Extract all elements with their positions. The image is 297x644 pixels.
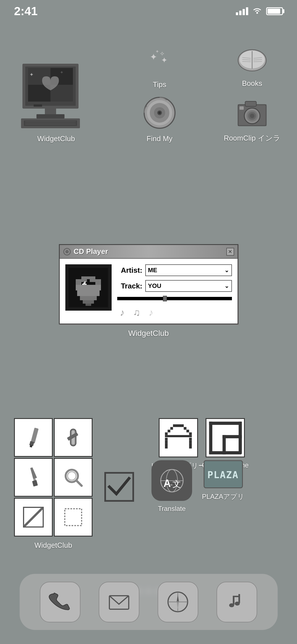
svg-rect-96 bbox=[165, 443, 168, 448]
svg-rect-100 bbox=[209, 422, 241, 425]
svg-rect-16 bbox=[34, 104, 42, 107]
app-findmy[interactable]: Find My bbox=[141, 95, 178, 143]
checkbox-icon-container[interactable] bbox=[104, 471, 135, 503]
track-field-row: Track: YOU ⌄ bbox=[117, 280, 232, 292]
findmy-label: Find My bbox=[147, 134, 172, 143]
svg-rect-62 bbox=[86, 304, 91, 306]
svg-rect-59 bbox=[77, 290, 100, 296]
svg-point-120 bbox=[229, 603, 234, 607]
plaza-container[interactable]: PLAZA PLAZAアプリ bbox=[202, 460, 244, 501]
cd-progress-bar[interactable] bbox=[117, 297, 232, 300]
note-3: ♪ bbox=[149, 307, 153, 318]
svg-rect-99 bbox=[209, 422, 212, 454]
tips-findmy-column: ✦ ✧ ✦ ✦ Tips bbox=[141, 40, 178, 143]
svg-point-0 bbox=[256, 12, 258, 14]
svg-rect-56 bbox=[90, 276, 95, 282]
note-2: ♫ bbox=[133, 307, 141, 318]
roomclip-label: RoomClip インラ bbox=[224, 133, 280, 143]
status-time: 2:41 bbox=[14, 4, 38, 18]
tool-cell-magnifier[interactable] bbox=[54, 458, 93, 497]
cd-controls: Artist: ME ⌄ Track: YOU ⌄ bbox=[117, 264, 232, 318]
cd-player-close-button[interactable]: ✕ bbox=[226, 248, 234, 256]
checkbox-icon bbox=[104, 471, 135, 502]
artist-input[interactable]: ME ⌄ bbox=[145, 264, 232, 276]
roomclip-icon bbox=[234, 93, 270, 130]
svg-point-51 bbox=[66, 251, 68, 252]
svg-rect-90 bbox=[189, 432, 192, 435]
pixel-tools-grid bbox=[14, 418, 93, 537]
cd-player-widget-label: WidgetClub bbox=[128, 329, 169, 338]
findmy-icon bbox=[141, 95, 178, 131]
plaza-icon: PLAZA bbox=[204, 460, 243, 488]
svg-rect-64 bbox=[84, 281, 86, 283]
dock bbox=[20, 574, 278, 630]
app-tips[interactable]: ✦ ✧ ✦ ✦ Tips bbox=[141, 40, 178, 89]
svg-text:✦: ✦ bbox=[29, 72, 34, 77]
svg-point-122 bbox=[235, 602, 240, 606]
tool-cell-pen[interactable] bbox=[14, 418, 53, 457]
books-icon bbox=[234, 39, 270, 76]
track-value: YOU bbox=[148, 282, 162, 290]
books-label: Books bbox=[242, 79, 262, 88]
plaza-label: PLAZAアプリ bbox=[202, 492, 244, 501]
uniqlo-icon bbox=[159, 418, 198, 457]
app-books[interactable]: Books bbox=[234, 39, 270, 88]
svg-rect-66 bbox=[86, 284, 87, 285]
safari-icon bbox=[166, 590, 190, 614]
pen-icon bbox=[22, 426, 45, 449]
translate-container[interactable]: A 文 Translate bbox=[151, 460, 192, 513]
top-apps-row: ✦ ✧ WidgetClub ✦ ✧ ✦ ✦ bbox=[17, 31, 280, 143]
dock-music[interactable] bbox=[217, 582, 257, 622]
svg-rect-55 bbox=[87, 276, 90, 279]
cd-music-notes: ♪ ♫ ♪ bbox=[117, 307, 232, 318]
svg-rect-67 bbox=[31, 428, 39, 444]
phone-icon bbox=[48, 590, 72, 614]
cd-player-title: CD Player bbox=[74, 247, 108, 256]
track-input[interactable]: YOU ⌄ bbox=[145, 280, 232, 292]
artist-arrow: ⌄ bbox=[224, 267, 229, 274]
svg-rect-121 bbox=[238, 594, 240, 603]
tips-icon: ✦ ✧ ✦ ✦ bbox=[141, 40, 178, 77]
svg-rect-94 bbox=[165, 441, 168, 443]
dock-safari[interactable] bbox=[158, 582, 198, 622]
widgetclub-computer-icon: ✦ ✧ bbox=[17, 58, 95, 131]
battery-icon bbox=[266, 7, 283, 15]
svg-rect-14 bbox=[25, 121, 76, 123]
tools-row-3 bbox=[14, 498, 93, 537]
diagonal-icon bbox=[22, 506, 45, 528]
svg-rect-104 bbox=[223, 435, 242, 438]
cd-album-heart bbox=[69, 268, 108, 307]
app-roomclip[interactable]: RoomClip インラ bbox=[224, 93, 280, 143]
tool-cell-knife[interactable] bbox=[14, 458, 53, 497]
cd-progress-thumb bbox=[163, 296, 167, 301]
dotted-select-icon bbox=[62, 506, 84, 528]
mail-icon bbox=[107, 590, 131, 614]
svg-rect-81 bbox=[65, 509, 82, 526]
svg-rect-10 bbox=[45, 109, 56, 114]
tool-cell-clip[interactable] bbox=[54, 418, 93, 457]
cd-player-window: CD Player ✕ bbox=[59, 244, 238, 324]
svg-rect-15 bbox=[25, 123, 76, 125]
svg-marker-117 bbox=[177, 594, 179, 602]
dock-mail[interactable] bbox=[99, 582, 139, 622]
app-widgetclub-top[interactable]: ✦ ✧ WidgetClub bbox=[17, 58, 95, 143]
svg-rect-57 bbox=[95, 279, 101, 285]
knife-icon bbox=[22, 466, 45, 489]
widgetclub-bottom-label: WidgetClub bbox=[14, 541, 93, 550]
svg-rect-92 bbox=[165, 438, 168, 441]
clip-icon bbox=[62, 426, 84, 449]
cd-player-titlebar: CD Player ✕ bbox=[60, 245, 238, 259]
svg-point-46 bbox=[250, 114, 254, 118]
dock-phone[interactable] bbox=[40, 582, 80, 622]
svg-rect-11 bbox=[36, 114, 65, 118]
svg-rect-58 bbox=[76, 285, 101, 290]
tool-cell-dotted[interactable] bbox=[54, 498, 93, 537]
note-1: ♪ bbox=[120, 307, 125, 318]
svg-rect-87 bbox=[167, 430, 170, 432]
tool-cell-diagonal[interactable] bbox=[14, 498, 53, 537]
gu-icon bbox=[206, 418, 245, 457]
svg-line-78 bbox=[77, 481, 82, 486]
tools-widget-section: WidgetClub bbox=[14, 418, 93, 550]
track-label: Track: bbox=[117, 282, 142, 290]
svg-rect-53 bbox=[76, 279, 81, 285]
